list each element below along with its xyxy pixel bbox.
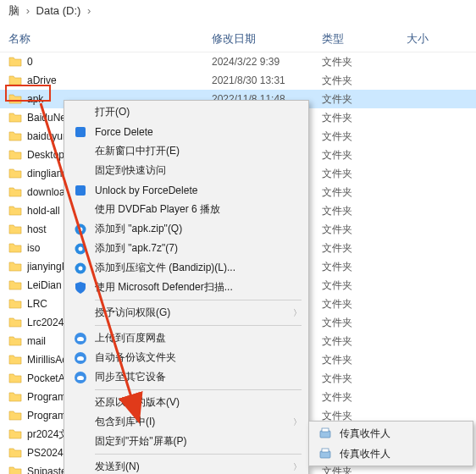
file-name: aDrive xyxy=(27,74,212,86)
menu-item[interactable]: 打开(O) xyxy=(64,102,308,122)
file-date: 2024/3/22 9:39 xyxy=(212,56,322,68)
breadcrumb[interactable]: 脑 › Data (D:) › xyxy=(0,0,476,23)
bandizip-icon xyxy=(71,223,90,236)
menu-item[interactable]: 在新窗口中打开(E) xyxy=(64,141,308,161)
folder-icon xyxy=(8,427,22,441)
folder-icon xyxy=(8,148,22,162)
folder-icon xyxy=(8,223,22,236)
folder-icon xyxy=(8,316,22,329)
submenu-item[interactable]: 传真收件人 xyxy=(309,444,473,464)
breadcrumb-part[interactable]: 脑 xyxy=(8,4,19,17)
file-type: 文件夹 xyxy=(322,390,407,405)
baidu-icon xyxy=(71,351,90,365)
menu-item-label: 添加到压缩文件 (Bandizip)(L)... xyxy=(95,261,302,275)
file-row[interactable]: aDrive2021/8/30 13:31文件夹 xyxy=(0,71,476,90)
menu-item[interactable]: 固定到"开始"屏幕(P) xyxy=(64,432,308,451)
menu-item-label: Unlock by ForceDelete xyxy=(95,185,302,196)
column-size[interactable]: 大小 xyxy=(407,31,457,47)
submenu-sendto: 传真收件人传真收件人 xyxy=(308,421,473,466)
file-type: 文件夹 xyxy=(322,223,407,237)
file-type: 文件夹 xyxy=(322,297,407,311)
folder-icon xyxy=(8,353,22,367)
svg-rect-12 xyxy=(322,428,329,432)
menu-item-label: 自动备份该文件夹 xyxy=(95,350,302,365)
folder-icon xyxy=(8,297,22,311)
folder-icon xyxy=(8,465,22,474)
menu-item-label: 添加到 "apk.7z"(7) xyxy=(95,241,302,256)
menu-item[interactable]: Force Delete xyxy=(64,122,308,141)
blank-icon xyxy=(71,435,90,449)
menu-item[interactable]: 添加到压缩文件 (Bandizip)(L)... xyxy=(64,258,308,278)
file-type: 文件夹 xyxy=(322,185,407,200)
svg-rect-14 xyxy=(322,449,329,452)
menu-item[interactable]: 发送到(N)〉 xyxy=(64,457,308,474)
file-type: 文件夹 xyxy=(322,130,407,144)
column-type[interactable]: 类型 xyxy=(322,31,407,47)
menu-item-label: 授予访问权限(G) xyxy=(95,306,288,320)
file-type: 文件夹 xyxy=(322,372,407,386)
folder-icon xyxy=(8,185,22,199)
column-date[interactable]: 修改日期 xyxy=(212,31,322,47)
file-type: 文件夹 xyxy=(322,316,407,330)
file-row[interactable]: 02024/3/22 9:39文件夹 xyxy=(0,52,476,71)
chevron-right-icon: › xyxy=(26,4,30,17)
column-name[interactable]: 名称 xyxy=(8,31,212,47)
file-type: 文件夹 xyxy=(322,334,407,349)
menu-item-label: 包含到库中(I) xyxy=(95,415,288,429)
menu-item-label: 上传到百度网盘 xyxy=(95,331,302,345)
svg-rect-0 xyxy=(75,127,86,137)
folder-icon xyxy=(8,167,22,180)
file-type: 文件夹 xyxy=(322,278,407,293)
menu-item-label: 使用 Microsoft Defender扫描... xyxy=(95,280,302,295)
submenu-item-label: 传真收件人 xyxy=(340,427,466,441)
blank-icon xyxy=(71,145,90,158)
file-type: 文件夹 xyxy=(322,204,407,218)
folder-icon xyxy=(8,92,22,106)
svg-rect-1 xyxy=(75,185,86,196)
fax-icon xyxy=(316,447,335,460)
menu-item[interactable]: 固定到快速访问 xyxy=(64,161,308,180)
file-type: 文件夹 xyxy=(322,241,407,256)
menu-separator xyxy=(95,389,302,390)
file-type: 文件夹 xyxy=(322,167,407,181)
menu-item[interactable]: 添加到 "apk.7z"(7) xyxy=(64,239,308,258)
file-type: 文件夹 xyxy=(322,260,407,274)
menu-item-label: Force Delete xyxy=(95,126,302,138)
bandizip-icon xyxy=(71,262,90,275)
menu-item[interactable]: Unlock by ForceDelete xyxy=(64,180,308,200)
file-type: 文件夹 xyxy=(322,111,407,125)
menu-item[interactable]: 还原以前的版本(V) xyxy=(64,393,308,412)
menu-item[interactable]: 使用 Microsoft Defender扫描... xyxy=(64,278,308,297)
blank-icon xyxy=(71,203,90,217)
file-name: 0 xyxy=(27,56,212,68)
menu-item[interactable]: 包含到库中(I)〉 xyxy=(64,412,308,432)
file-type: 文件夹 xyxy=(322,55,407,69)
menu-item[interactable]: 上传到百度网盘 xyxy=(64,328,308,348)
submenu-item[interactable]: 传真收件人 xyxy=(309,423,473,444)
chevron-right-icon: 〉 xyxy=(293,416,302,428)
file-type: 文件夹 xyxy=(322,92,407,107)
menu-item[interactable]: 同步至其它设备 xyxy=(64,367,308,387)
menu-item-label: 在新窗口中打开(E) xyxy=(95,144,302,158)
menu-item[interactable]: 添加到 "apk.zip"(Q) xyxy=(64,219,308,239)
menu-item[interactable]: 自动备份该文件夹 xyxy=(64,348,308,367)
context-menu: 打开(O)Force Delete在新窗口中打开(E)固定到快速访问Unlock… xyxy=(64,100,309,474)
file-type: 文件夹 xyxy=(322,148,407,163)
chevron-right-icon: 〉 xyxy=(293,461,302,473)
baidu-icon xyxy=(71,371,90,384)
folder-icon xyxy=(8,260,22,273)
svg-point-5 xyxy=(79,246,83,251)
blank-icon xyxy=(71,306,90,320)
menu-separator xyxy=(95,325,302,326)
menu-item-label: 固定到快速访问 xyxy=(95,163,302,178)
menu-item[interactable]: 使用 DVDFab Player 6 播放 xyxy=(64,200,308,219)
menu-item[interactable]: 授予访问权限(G)〉 xyxy=(64,303,308,322)
fax-icon xyxy=(316,427,335,440)
menu-item-label: 同步至其它设备 xyxy=(95,370,302,384)
menu-item-label: 发送到(N) xyxy=(95,460,288,474)
breadcrumb-part[interactable]: Data (D:) xyxy=(36,4,81,17)
menu-separator xyxy=(95,300,302,300)
menu-item-label: 添加到 "apk.zip"(Q) xyxy=(95,222,302,236)
menu-item-label: 还原以前的版本(V) xyxy=(95,395,302,410)
blank-icon xyxy=(71,416,90,429)
